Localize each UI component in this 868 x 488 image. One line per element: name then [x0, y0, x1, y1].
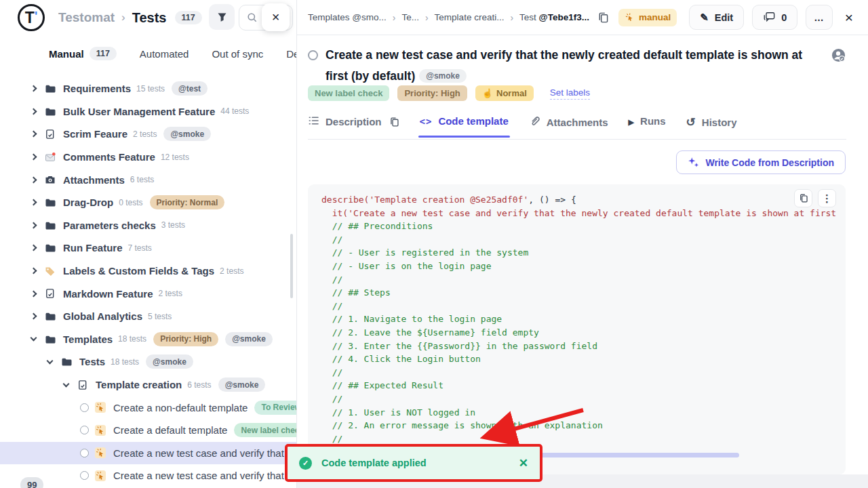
- breadcrumb-item[interactable]: Template creati...: [435, 12, 505, 22]
- tree-item-count: 6 tests: [187, 380, 211, 390]
- code-line: describe('Template creation @Se25adf0f',…: [321, 193, 846, 207]
- tab-runs[interactable]: ▶Runs: [629, 115, 666, 136]
- tree-item-badge: @smoke: [146, 354, 193, 369]
- breadcrumb-item[interactable]: Te...: [401, 12, 419, 22]
- set-labels-link[interactable]: Set labels: [550, 87, 590, 100]
- header-tab-label: Automated: [140, 48, 189, 60]
- tree-folder-item[interactable]: Global Analytics5 tests: [0, 305, 297, 328]
- tree-test-item[interactable]: Create a default templateNew label check: [0, 419, 297, 442]
- tree-folder-item[interactable]: Tests18 tests@smoke: [0, 350, 297, 373]
- tree-folder-item[interactable]: Templates18 testsPriority: High@smoke: [0, 328, 297, 351]
- copy-code-button[interactable]: [794, 189, 812, 207]
- tree-folder-item[interactable]: Requirements15 tests@test: [0, 77, 297, 100]
- tree-folder-item[interactable]: Drag-Drop0 testsPriority: Normal: [0, 191, 297, 214]
- chevron-right-icon[interactable]: [31, 108, 37, 115]
- write-code-button[interactable]: Write Code from Description: [676, 150, 846, 174]
- label-pill: New label check: [308, 85, 389, 101]
- tree-folder-item[interactable]: Markdown Feature2 tests: [0, 282, 297, 305]
- code-menu-button[interactable]: ⋮: [818, 189, 836, 207]
- toast-close-button[interactable]: ✕: [519, 456, 528, 470]
- chevron-right-icon[interactable]: [31, 131, 37, 138]
- tab-detached[interactable]: Detached: [286, 48, 297, 60]
- edit-button[interactable]: ✎ Edit: [689, 5, 744, 30]
- test-status-circle[interactable]: [308, 50, 318, 60]
- overflow-count-badge: 99: [20, 477, 43, 488]
- folder-icon: [45, 242, 56, 253]
- chevron-right-icon[interactable]: [31, 290, 37, 297]
- comments-button[interactable]: 0: [752, 5, 797, 30]
- tree-test-item[interactable]: Create a new test case and verify that: [0, 442, 297, 465]
- tree-test-item[interactable]: Create a new test case and verify that: [0, 464, 297, 487]
- test-tree: Requirements15 tests@testBulk User Manag…: [0, 77, 297, 487]
- toast-notification: ✓ Code template applied ✕: [285, 444, 542, 482]
- tab-automated[interactable]: Automated: [140, 48, 189, 60]
- chevron-right-icon[interactable]: [31, 176, 37, 183]
- app-window: T' Testomat › Tests 117 × Manual117Autom…: [0, 0, 868, 488]
- test-detail-panel: Templates @smo...›Te...›Template creati.…: [297, 0, 868, 488]
- chevron-down-icon[interactable]: [31, 335, 37, 342]
- manual-icon: [95, 402, 106, 413]
- sidebar-panel: T' Testomat › Tests 117 × Manual117Autom…: [0, 0, 297, 488]
- code-line: // 1. Navigate to the login page: [321, 312, 846, 326]
- tree-test-item[interactable]: Create a non-default templateTo Review: [0, 396, 297, 419]
- tree-folder-item[interactable]: Run Feature7 tests: [0, 237, 297, 260]
- tree-item-label: Comments Feature: [63, 151, 155, 163]
- tab-out-of-sync[interactable]: Out of sync: [212, 48, 263, 60]
- chevron-right-icon[interactable]: [31, 222, 37, 228]
- code-line: // 1. User is NOT logged in: [321, 406, 846, 420]
- chevron-down-icon[interactable]: [47, 357, 54, 364]
- more-actions-button[interactable]: …: [806, 5, 833, 30]
- tree-item-label: Create a default template: [113, 424, 227, 436]
- close-detail-button[interactable]: ×: [841, 9, 857, 26]
- comments-count: 0: [781, 12, 787, 23]
- code-line: // ## Preconditions: [321, 220, 846, 233]
- doc-icon: [45, 128, 56, 140]
- chevron-right-icon[interactable]: [31, 268, 37, 274]
- code-line: //: [321, 300, 846, 313]
- tree-folder-item[interactable]: Labels & Custom Fields & Tags2 tests: [0, 260, 297, 283]
- chevron-right-icon[interactable]: [31, 313, 37, 320]
- copy-breadcrumb-icon[interactable]: [597, 12, 609, 24]
- tree-folder-item[interactable]: Parameters checks3 tests: [0, 214, 297, 237]
- tree-item-count: 2 tests: [133, 129, 157, 139]
- breadcrumb-separator: ›: [121, 11, 125, 24]
- tab-description[interactable]: Description: [308, 115, 399, 138]
- tab-manual[interactable]: Manual117: [49, 47, 117, 60]
- code-template-block[interactable]: describe('Template creation @Se25adf0f',…: [308, 184, 846, 474]
- tree-folder-item[interactable]: Template creation6 tests@smoke: [0, 373, 297, 396]
- tree-item-label: Markdown Feature: [63, 288, 153, 300]
- chevron-down-icon[interactable]: [63, 380, 70, 387]
- tab-history[interactable]: ↺History: [686, 115, 737, 139]
- tag-icon: [45, 265, 56, 277]
- chevron-right-icon[interactable]: [31, 85, 37, 92]
- breadcrumb-separator: ›: [425, 12, 429, 23]
- tree-item-count: 18 tests: [111, 357, 139, 367]
- breadcrumb: Templates @smo...›Te...›Template creati.…: [308, 12, 589, 23]
- tree-item-count: 18 tests: [118, 334, 146, 344]
- close-search-button[interactable]: ×: [262, 3, 290, 31]
- label-pill: ☝Normal: [475, 85, 534, 101]
- tree-folder-item[interactable]: Comments Feature12 tests: [0, 146, 297, 169]
- filter-button[interactable]: [209, 4, 235, 30]
- camera-icon: [45, 174, 56, 186]
- chevron-right-icon[interactable]: [31, 245, 37, 251]
- breadcrumb-item-current[interactable]: Test @Tebe1f3...: [519, 12, 589, 22]
- header-tab-count: 117: [90, 47, 117, 60]
- tree-folder-item[interactable]: Attachments6 tests: [0, 168, 297, 191]
- code-line: // 2. Leave the ${Username} field empty: [321, 326, 846, 340]
- breadcrumb-app[interactable]: Testomat: [58, 10, 115, 25]
- tree-folder-item[interactable]: Bulk User Management Feature44 tests: [0, 100, 297, 123]
- sidebar-scrollbar[interactable]: [290, 234, 293, 298]
- chevron-right-icon[interactable]: [31, 154, 37, 161]
- breadcrumb-section[interactable]: Tests: [132, 10, 167, 26]
- testomat-logo-icon[interactable]: T': [18, 4, 45, 31]
- copy-description-icon[interactable]: [389, 117, 399, 127]
- assignee-avatar[interactable]: [831, 47, 846, 66]
- tab-code-template[interactable]: <>Code template: [420, 115, 509, 136]
- chevron-right-icon[interactable]: [31, 199, 37, 206]
- tree-folder-item[interactable]: Scrim Feaure2 tests@smoke: [0, 123, 297, 146]
- folder-icon: [45, 83, 56, 94]
- breadcrumb-item[interactable]: Templates @smo...: [308, 12, 387, 22]
- tab-attachments[interactable]: Attachments: [529, 115, 608, 138]
- detail-actions: ✎ Edit 0 … ×: [689, 5, 857, 30]
